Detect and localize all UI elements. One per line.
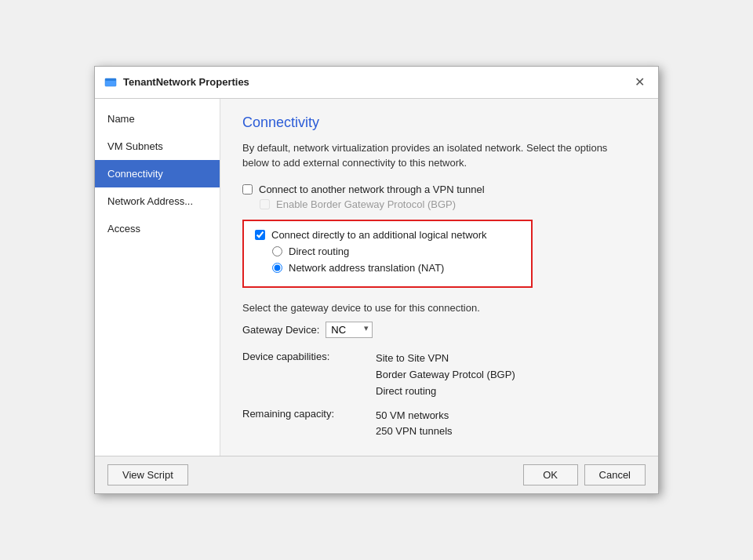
sidebar-item-connectivity[interactable]: Connectivity [95,160,220,187]
ok-button[interactable]: OK [523,464,578,485]
dialog-window: TenantNetwork Properties ✕ Name VM Subne… [94,66,659,494]
sidebar-item-network-address[interactable]: Network Address... [95,187,220,215]
vpn-checkbox-label[interactable]: Connect to another network through a VPN… [259,184,485,195]
dialog-title: TenantNetwork Properties [123,76,249,88]
remaining-values: 50 VM networks 250 VPN tunnels [376,408,453,441]
vpn-checkbox-row: Connect to another network through a VPN… [242,184,636,195]
description-text: By default, network virtualization provi… [242,140,636,171]
logical-network-checkbox[interactable] [255,230,265,240]
sidebar-item-access[interactable]: Access [95,215,220,242]
vpn-checkbox[interactable] [242,184,253,195]
logical-network-checkbox-row: Connect directly to an additional logica… [255,229,520,241]
remaining-1: 50 VM networks [376,408,453,424]
gateway-device-label: Gateway Device: [242,324,319,336]
nat-row: Network address translation (NAT) [272,262,520,274]
main-content: Connectivity By default, network virtual… [220,99,658,456]
gateway-select-wrapper: NC GW1 GW2 [326,322,373,338]
bgp-checkbox-label[interactable]: Enable Border Gateway Protocol (BGP) [276,198,456,210]
gateway-section-label: Select the gateway device to use for thi… [242,300,636,316]
direct-routing-radio[interactable] [272,246,282,256]
dialog-body: Name VM Subnets Connectivity Network Add… [95,99,658,456]
close-button[interactable]: ✕ [630,73,649,92]
capabilities-values: Site to Site VPN Border Gateway Protcol … [376,351,515,399]
remaining-section: Remaining capacity: 50 VM networks 250 V… [242,408,636,441]
sidebar: Name VM Subnets Connectivity Network Add… [95,99,220,456]
title-bar: TenantNetwork Properties ✕ [95,67,658,99]
bgp-checkbox[interactable] [260,199,270,209]
direct-routing-label[interactable]: Direct routing [289,245,349,257]
footer-right-buttons: OK Cancel [523,464,646,485]
capabilities-label: Device capabilities: [242,351,360,399]
sidebar-item-name[interactable]: Name [95,105,220,133]
remaining-2: 250 VPN tunnels [376,424,453,440]
remaining-label: Remaining capacity: [242,408,360,441]
logical-network-checkbox-label[interactable]: Connect directly to an additional logica… [271,229,487,241]
gateway-device-row: Gateway Device: NC GW1 GW2 [242,322,636,338]
section-title: Connectivity [242,115,636,131]
logical-network-box: Connect directly to an additional logica… [242,220,533,288]
sidebar-item-vm-subnets[interactable]: VM Subnets [95,133,220,160]
cancel-button[interactable]: Cancel [584,464,646,485]
svg-rect-1 [105,78,116,81]
capability-1: Site to Site VPN [376,351,515,367]
direct-routing-row: Direct routing [272,245,520,257]
nat-label[interactable]: Network address translation (NAT) [289,262,444,274]
view-script-button[interactable]: View Script [107,464,188,485]
dialog-footer: View Script OK Cancel [95,456,658,493]
window-icon [104,76,117,89]
capabilities-section: Device capabilities: Site to Site VPN Bo… [242,351,636,399]
capability-3: Direct routing [376,384,515,400]
capability-2: Border Gateway Protcol (BGP) [376,367,515,384]
title-bar-left: TenantNetwork Properties [104,76,249,89]
gateway-device-select[interactable]: NC GW1 GW2 [326,322,373,338]
bgp-checkbox-row: Enable Border Gateway Protocol (BGP) [260,198,636,210]
nat-radio[interactable] [272,263,282,273]
